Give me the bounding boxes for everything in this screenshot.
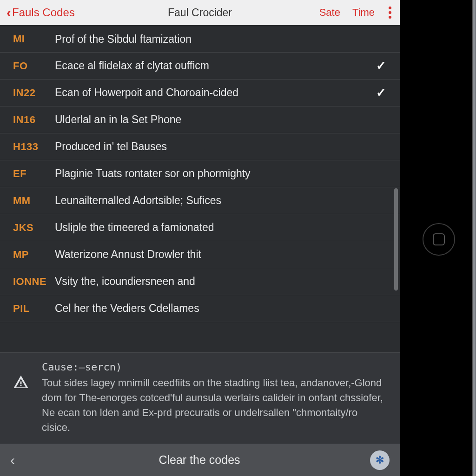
cause-text: Cause:—sercn) Tout sides lagey mnimill c…	[42, 361, 387, 435]
fault-code: IN16	[13, 114, 55, 126]
checkmark-icon: ✓	[373, 86, 390, 100]
cause-panel: Cause:—sercn) Tout sides lagey mnimill c…	[0, 352, 400, 443]
home-button-glyph	[433, 233, 445, 245]
back-button[interactable]: ‹ Fauls Codes	[7, 6, 75, 20]
fault-code: IONNE	[13, 276, 55, 288]
device-bezel	[400, 0, 476, 476]
fault-description: Ecace al flidelax af clytat oufficm	[55, 60, 373, 72]
fault-row[interactable]: IN16Ulderlal an in la Set Phone	[0, 106, 400, 133]
topbar-action-sate[interactable]: Sate	[319, 7, 340, 19]
fault-description: Waterizone Annust Drowler thit	[55, 248, 373, 261]
fault-description: Usliple the timeered a famionated	[55, 221, 373, 234]
warning-icon	[13, 361, 32, 435]
fault-row[interactable]: JKSUsliple the timeered a famionated	[0, 214, 400, 241]
cause-body: Tout sides lagey mnimill ceedfiits on th…	[42, 376, 387, 435]
fault-code: FO	[13, 60, 55, 72]
cause-label: Cause:—sercn)	[42, 361, 387, 373]
chevron-left-icon: ‹	[7, 6, 11, 20]
bottom-action-button[interactable]: ✻	[370, 450, 390, 470]
device-edge	[472, 0, 476, 476]
fault-code: MP	[13, 249, 55, 261]
fault-code: EF	[13, 168, 55, 180]
fault-row[interactable]: EFPlaginie Tuats rontater sor on phormig…	[0, 160, 400, 187]
home-button[interactable]	[423, 223, 455, 256]
fault-row[interactable]: PILCel her the Vediers Cdellames	[0, 295, 400, 322]
fault-code: JKS	[13, 222, 55, 234]
fault-row[interactable]: H133Produced in' tel Bauses	[0, 133, 400, 160]
device-frame: ‹ Fauls Codes Faul Crocider Sate Time MI…	[0, 0, 476, 476]
fault-description: Leunailternalled Adortsible; Sufices	[55, 194, 373, 207]
fault-description: Ecan of Howerpoit and Choroain-cided	[55, 86, 373, 99]
fault-code: IN22	[13, 87, 55, 99]
scrollbar-thumb[interactable]	[394, 188, 398, 291]
fault-description: Ulderlal an in la Set Phone	[55, 113, 373, 126]
fault-row[interactable]: MIProf of the Sibdul ftamization	[0, 26, 400, 53]
fault-row[interactable]: IN22Ecan of Howerpoit and Choroain-cided…	[0, 79, 400, 106]
fault-row[interactable]: MMLeunailternalled Adortsible; Sufices	[0, 187, 400, 214]
topbar-right-group: Sate Time	[319, 5, 393, 20]
fault-code: H133	[13, 141, 55, 153]
fault-description: Vsity the, icoundiersneen and	[55, 275, 373, 288]
fault-description: Plaginie Tuats rontater sor on phormight…	[55, 167, 373, 180]
fault-list-wrap: MIProf of the Sibdul ftamizationFOEcace …	[0, 25, 400, 352]
clear-codes-button[interactable]: Clear the codes	[29, 453, 370, 467]
bottom-back-button[interactable]: ‹	[10, 452, 29, 468]
checkmark-icon: ✓	[373, 59, 390, 73]
fault-code: MI	[13, 33, 55, 45]
topbar: ‹ Fauls Codes Faul Crocider Sate Time	[0, 0, 400, 25]
fault-row[interactable]: MPWaterizone Annust Drowler thit	[0, 241, 400, 268]
app-screen: ‹ Fauls Codes Faul Crocider Sate Time MI…	[0, 0, 400, 476]
fault-code: PIL	[13, 303, 55, 315]
fault-description: Prof of the Sibdul ftamization	[55, 33, 373, 46]
fault-row[interactable]: FOEcace al flidelax af clytat oufficm✓	[0, 53, 400, 79]
fault-row[interactable]: IONNEVsity the, icoundiersneen and	[0, 268, 400, 295]
topbar-action-time[interactable]: Time	[352, 7, 375, 19]
fault-list: MIProf of the Sibdul ftamizationFOEcace …	[0, 26, 400, 322]
bottombar: ‹ Clear the codes ✻	[0, 443, 400, 476]
fault-description: Produced in' tel Bauses	[55, 140, 373, 153]
back-label: Fauls Codes	[12, 6, 75, 19]
page-title: Faul Crocider	[168, 7, 232, 19]
fault-code: MM	[13, 195, 55, 207]
kebab-menu-icon[interactable]	[387, 5, 393, 20]
fault-description: Cel her the Vediers Cdellames	[55, 302, 373, 315]
